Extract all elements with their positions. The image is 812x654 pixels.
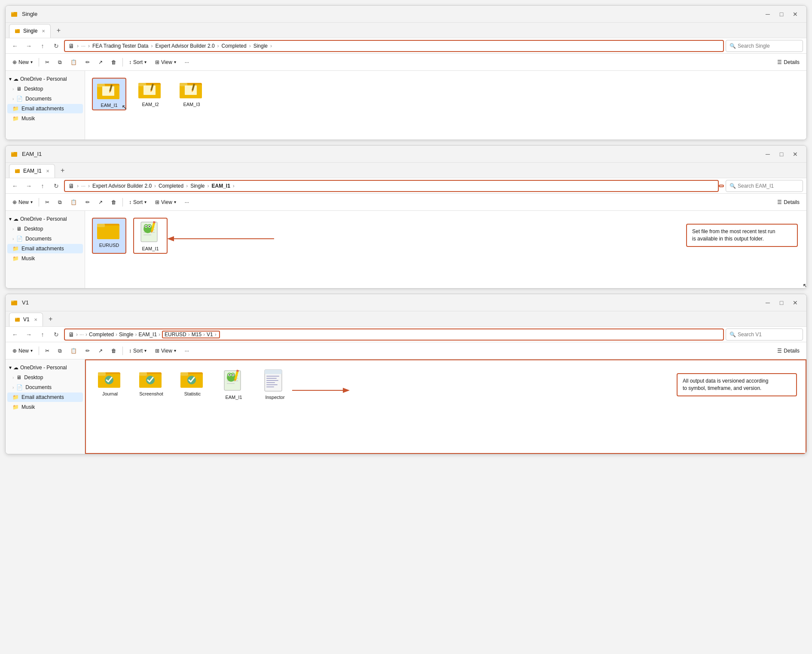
refresh-button-2[interactable]: ↻ — [50, 180, 62, 192]
sidebar-item-email-3[interactable]: 📁 Email attachments — [7, 392, 83, 402]
folder-journal[interactable]: Journal — [93, 367, 127, 402]
file-inspector[interactable]: Inspector — [258, 367, 292, 402]
search-input-eam-i1[interactable] — [738, 183, 799, 189]
search-input-v1[interactable] — [738, 332, 799, 338]
paste-button-3[interactable]: 📋 — [67, 346, 80, 356]
close-button-1[interactable]: ✕ — [789, 8, 801, 20]
sidebar-cloud-header-2[interactable]: ▾ ☁ OneDrive - Personal — [6, 214, 85, 224]
sidebar-item-email-1[interactable]: 📁 Email attachments — [7, 104, 83, 113]
up-button-2[interactable]: ↑ — [37, 180, 49, 192]
file-eam-i1-notepad[interactable]: EAM_I1 — [133, 218, 168, 254]
rename-button-2[interactable]: ✏ — [82, 198, 93, 207]
cloud-icon-3: ☁ — [13, 365, 18, 371]
share-button-2[interactable]: ↗ — [95, 198, 106, 207]
sidebar-item-documents-3[interactable]: › 📄 Documents — [7, 383, 83, 392]
sidebar-item-musik-1[interactable]: 📁 Musik — [7, 114, 83, 123]
cut-button-3[interactable]: ✂ — [42, 346, 53, 356]
back-button-1[interactable]: ← — [9, 40, 21, 52]
up-button-1[interactable]: ↑ — [37, 40, 49, 52]
details-button-3[interactable]: ☰ Details — [774, 346, 803, 356]
sidebar-item-documents-2[interactable]: › 📄 Documents — [7, 234, 83, 243]
sidebar-item-desktop-2[interactable]: › 🖥 Desktop — [7, 224, 83, 234]
copy-button-3[interactable]: ⧉ — [55, 346, 65, 356]
share-button-3[interactable]: ↗ — [95, 346, 106, 356]
sidebar-item-desktop-1[interactable]: › 🖥 Desktop — [7, 84, 83, 94]
maximize-button-2[interactable]: □ — [775, 148, 788, 160]
rename-button-3[interactable]: ✏ — [82, 346, 93, 356]
svg-rect-28 — [97, 224, 105, 227]
delete-button-3[interactable]: 🗑 — [108, 346, 120, 356]
title-bar-controls-3: ─ □ ✕ — [762, 297, 801, 309]
sidebar-cloud-header-1[interactable]: ▾ ☁ OneDrive - Personal — [6, 74, 85, 84]
refresh-button-3[interactable]: ↻ — [50, 329, 62, 341]
folder-eam-i1[interactable]: EAM_I1 ↖ — [92, 78, 126, 110]
view-button-3[interactable]: ⊞ View ▾ — [152, 346, 180, 356]
minimize-button-1[interactable]: ─ — [762, 8, 774, 20]
refresh-button-1[interactable]: ↻ — [50, 40, 62, 52]
sort-button-1[interactable]: ↕ Sort ▾ — [125, 58, 150, 67]
tab-folder-icon-3 — [15, 316, 21, 322]
view-button-1[interactable]: ⊞ View ▾ — [152, 58, 180, 67]
folder-eam-i2[interactable]: EAM_I2 — [133, 78, 168, 110]
sort-button-3[interactable]: ↕ Sort ▾ — [125, 346, 150, 356]
sidebar-item-documents-1[interactable]: › 📄 Documents — [7, 94, 83, 103]
close-button-3[interactable]: ✕ — [789, 297, 801, 309]
minimize-button-2[interactable]: ─ — [762, 148, 774, 160]
search-input-single[interactable] — [738, 43, 799, 49]
back-button-3[interactable]: ← — [9, 329, 21, 341]
tab-add-button-2[interactable]: + — [57, 164, 69, 176]
tab-close-icon-3[interactable]: ✕ — [34, 317, 37, 322]
new-button-1[interactable]: ⊕ New ▾ — [9, 58, 36, 67]
details-button-1[interactable]: ☰ Details — [774, 58, 803, 67]
more-button-3[interactable]: ··· — [181, 346, 192, 356]
tab-eam-i1[interactable]: EAM_I1 ✕ — [9, 164, 55, 178]
breadcrumb-single[interactable]: 🖥 › ··· › FEA Trading Tester Data › Expe… — [64, 40, 724, 52]
delete-button-1[interactable]: 🗑 — [108, 58, 120, 67]
delete-button-2[interactable]: 🗑 — [108, 198, 120, 207]
tab-v1[interactable]: V1 ✕ — [9, 313, 43, 326]
details-button-2[interactable]: ☰ Details — [774, 198, 803, 207]
cut-button-2[interactable]: ✂ — [42, 198, 53, 207]
sidebar-item-email-2[interactable]: 📁 Email attachments — [7, 244, 83, 253]
forward-button-1[interactable]: → — [23, 40, 35, 52]
folder-statistic[interactable]: Statistic — [175, 367, 210, 402]
forward-button-3[interactable]: → — [23, 329, 35, 341]
maximize-button-1[interactable]: □ — [775, 8, 788, 20]
share-button-1[interactable]: ↗ — [95, 58, 106, 67]
file-eam-i1-v1[interactable]: EAM_I1 — [217, 367, 251, 402]
maximize-button-3[interactable]: □ — [775, 297, 788, 309]
tab-single[interactable]: Single ✕ — [9, 24, 51, 38]
sidebar-item-musik-3[interactable]: 📁 Musik — [7, 402, 83, 412]
paste-button-2[interactable]: 📋 — [67, 198, 80, 207]
back-button-2[interactable]: ← — [9, 180, 21, 192]
forward-button-2[interactable]: → — [23, 180, 35, 192]
paste-button-1[interactable]: 📋 — [67, 58, 80, 67]
new-button-3[interactable]: ⊕ New ▾ — [9, 346, 36, 356]
more-button-1[interactable]: ··· — [181, 58, 192, 67]
minimize-button-3[interactable]: ─ — [762, 297, 774, 309]
svg-rect-50 — [15, 318, 17, 319]
rename-button-1[interactable]: ✏ — [82, 58, 93, 67]
more-button-2[interactable]: ··· — [181, 198, 192, 207]
view-button-2[interactable]: ⊞ View ▾ — [152, 198, 180, 207]
close-button-2[interactable]: ✕ — [789, 148, 801, 160]
tab-add-button-1[interactable]: + — [52, 24, 64, 37]
copy-button-1[interactable]: ⧉ — [55, 58, 65, 67]
tab-close-icon-2[interactable]: ✕ — [46, 169, 49, 173]
folder-eam-i3[interactable]: EAM_I3 — [174, 78, 209, 110]
breadcrumb-eam-i1[interactable]: 🖥 › ··· › Expert Advisor Builder 2.0 › C… — [64, 180, 719, 192]
breadcrumb-v1[interactable]: 🖥 › ··· › Completed › Single › EAM_I1 › … — [64, 329, 724, 341]
tab-close-icon[interactable]: ✕ — [42, 29, 45, 33]
sidebar-cloud-header-3[interactable]: ▾ ☁ OneDrive - Personal — [6, 363, 85, 372]
copy-button-2[interactable]: ⧉ — [55, 198, 65, 207]
folder-eurusd[interactable]: EURUSD ↖ — [92, 218, 126, 254]
up-button-3[interactable]: ↑ — [37, 329, 49, 341]
tab-add-button-3[interactable]: + — [45, 313, 57, 325]
sidebar-item-desktop-3[interactable]: › 🖥 Desktop — [7, 373, 83, 382]
new-button-2[interactable]: ⊕ New ▾ — [9, 198, 36, 207]
sidebar-item-musik-2[interactable]: 📁 Musik — [7, 254, 83, 263]
folder-screenshot[interactable]: Screenshot — [134, 367, 168, 402]
window-body-v1: ▾ ☁ OneDrive - Personal › 🖥 Desktop › 📄 … — [6, 359, 806, 454]
cut-button-1[interactable]: ✂ — [42, 58, 53, 67]
sort-button-2[interactable]: ↕ Sort ▾ — [125, 198, 150, 207]
